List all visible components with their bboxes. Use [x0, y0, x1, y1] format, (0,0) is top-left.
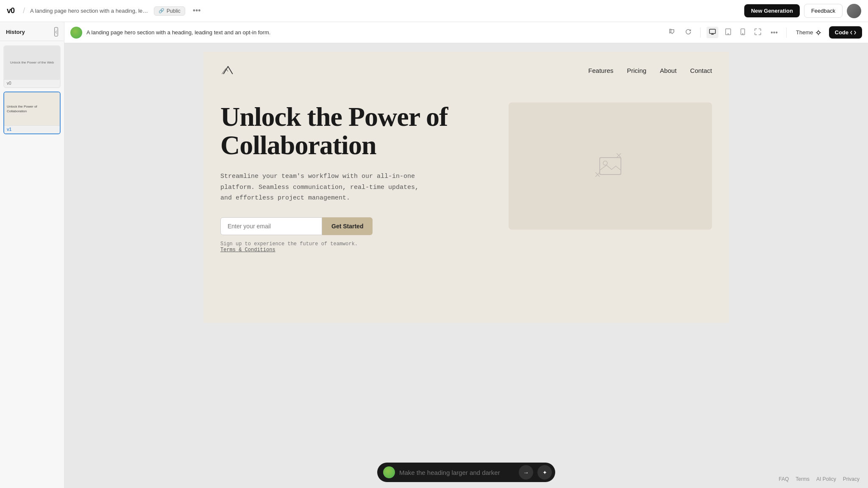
hero-fine-print: Sign up to experience the future of team…: [220, 241, 492, 253]
theme-icon: [815, 30, 821, 36]
terms-link[interactable]: Terms & Conditions: [220, 247, 275, 253]
new-generation-button[interactable]: New Generation: [744, 4, 800, 17]
footer-faq[interactable]: FAQ: [779, 476, 789, 482]
footer-terms[interactable]: Terms: [796, 476, 810, 482]
hero-nav: Features Pricing About Contact: [203, 52, 729, 86]
feedback-button[interactable]: Feedback: [804, 4, 843, 18]
avatar[interactable]: [847, 4, 861, 18]
code-button[interactable]: Code: [829, 26, 862, 39]
secondary-toolbar: A landing page hero section with a headi…: [64, 22, 868, 43]
hero-subtext: Streamline your team's workflow with our…: [220, 171, 432, 204]
mountain-logo-icon: [220, 62, 236, 77]
hero-left: Unlock the Power of Collaboration Stream…: [220, 103, 492, 253]
code-icon: [850, 30, 856, 36]
image-placeholder-icon: [593, 149, 627, 183]
thumb-preview-v1: Unlock the Power of Collaboration: [4, 92, 60, 125]
svg-point-2: [728, 33, 729, 34]
theme-button[interactable]: Theme: [793, 28, 824, 37]
toolbar-separator-2: [786, 28, 787, 38]
code-label: Code: [835, 29, 849, 36]
cta-button[interactable]: Get Started: [322, 217, 373, 235]
email-input[interactable]: [220, 217, 322, 235]
settings-icon: ✦: [542, 469, 547, 476]
footer-links: FAQ Terms AI Policy Privacy: [779, 476, 860, 482]
sidebar-collapse-button[interactable]: ‹: [54, 27, 58, 36]
hero-image-placeholder: [509, 103, 712, 230]
thumb-label-v1: v1: [4, 125, 60, 133]
prompt-text: A landing page hero section with a headi…: [86, 29, 662, 36]
public-badge[interactable]: Public: [154, 6, 185, 16]
svg-point-4: [743, 33, 743, 34]
main-layout: History ‹ Unlock the Power of the Web v0…: [0, 22, 868, 488]
thumb-preview-v0: Unlock the Power of the Web: [4, 46, 60, 79]
footer-ai-policy[interactable]: AI Policy: [816, 476, 836, 482]
hero-heading: Unlock the Power of Collaboration: [220, 103, 492, 159]
topbar: v0 / A landing page hero section with a …: [0, 0, 868, 22]
refresh-button[interactable]: [682, 27, 694, 39]
svg-point-5: [817, 31, 820, 34]
view-mobile-button[interactable]: [738, 27, 748, 38]
content-area: A landing page hero section with a headi…: [64, 22, 868, 488]
sidebar-items: Unlock the Power of the Web v0 Unlock th…: [0, 41, 64, 139]
more-options-button[interactable]: •••: [768, 27, 780, 38]
chat-settings-button[interactable]: ✦: [537, 465, 552, 480]
chat-send-button[interactable]: →: [519, 465, 533, 480]
nav-contact[interactable]: Contact: [690, 67, 712, 74]
prompt-indicator: [70, 27, 82, 39]
sidebar-item-v0[interactable]: Unlock the Power of the Web v0: [3, 45, 61, 88]
svg-rect-6: [600, 158, 621, 175]
nav-about[interactable]: About: [660, 67, 676, 74]
chat-indicator: [383, 466, 395, 478]
hero-nav-links: Features Pricing About Contact: [588, 67, 712, 74]
divider: /: [23, 6, 25, 15]
hero-body: Unlock the Power of Collaboration Stream…: [203, 86, 729, 278]
dislike-button[interactable]: [666, 27, 678, 39]
topbar-right: New Generation Feedback: [744, 4, 861, 18]
svg-rect-0: [709, 29, 715, 33]
footer-privacy[interactable]: Privacy: [843, 476, 860, 482]
nav-features[interactable]: Features: [588, 67, 613, 74]
toolbar-separator: [700, 28, 701, 38]
chat-input[interactable]: [399, 469, 515, 476]
thumb-label-v0: v0: [4, 79, 60, 87]
more-options-icon[interactable]: •••: [190, 5, 203, 17]
svg-point-7: [603, 161, 607, 165]
preview-area: Features Pricing About Contact Unlock th…: [64, 43, 868, 457]
send-icon: →: [523, 469, 529, 476]
logo: v0: [7, 6, 14, 15]
preview-frame: Features Pricing About Contact Unlock th…: [203, 52, 729, 323]
view-fullscreen-button[interactable]: [752, 27, 764, 38]
hero-logo: [220, 62, 236, 79]
hero-form: Get Started: [220, 217, 492, 235]
view-tablet-button[interactable]: [723, 27, 734, 38]
nav-pricing[interactable]: Pricing: [627, 67, 646, 74]
sidebar: History ‹ Unlock the Power of the Web v0…: [0, 22, 64, 488]
sidebar-header: History ‹: [0, 22, 64, 41]
chat-input-container: → ✦: [377, 463, 555, 482]
fine-print-text: Sign up to experience the future of team…: [220, 241, 358, 247]
bottom-bar: → ✦ FAQ Terms AI Policy Privacy: [64, 457, 868, 488]
theme-label: Theme: [796, 29, 813, 36]
placeholder-svg: [593, 149, 627, 183]
page-title: A landing page hero section with a headi…: [30, 8, 149, 14]
sidebar-item-v1[interactable]: Unlock the Power of Collaboration v1: [3, 92, 61, 134]
view-desktop-button[interactable]: [707, 27, 718, 38]
sidebar-title: History: [6, 29, 25, 35]
